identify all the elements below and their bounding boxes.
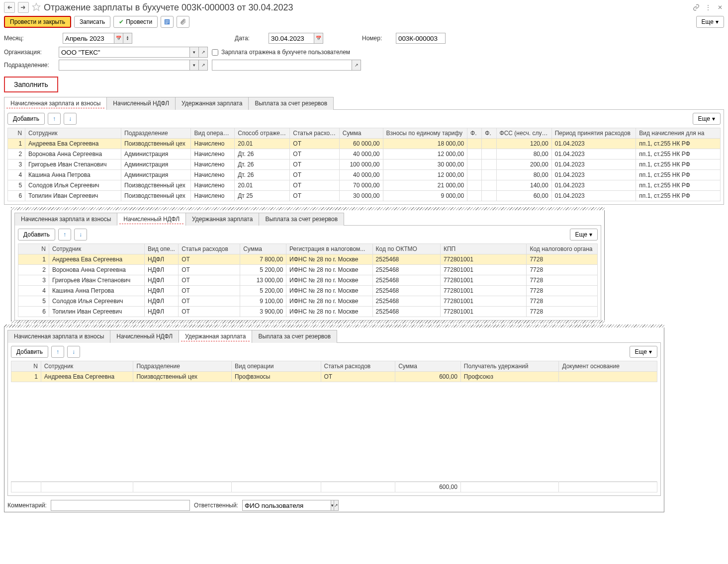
- attach-button[interactable]: [177, 16, 189, 28]
- table-row[interactable]: 1Андреева Ева СергеевнаПоизводственный ц…: [8, 139, 721, 149]
- tab-ndfl[interactable]: Начисленный НДФЛ: [106, 97, 176, 110]
- tab-salary[interactable]: Начисленная зарплата и взносы: [7, 330, 110, 343]
- col-method[interactable]: Способ отражен...: [235, 128, 290, 139]
- col-dept[interactable]: Подразделение: [133, 361, 232, 372]
- table-row[interactable]: 1Андреева Ева СергеевнаНДФЛОТ7 800,00ИФН…: [18, 254, 598, 265]
- table-row[interactable]: 2Воронова Анна СергеевнаНДФЛОТ5 200,00ИФ…: [18, 265, 598, 275]
- open-icon[interactable]: ↗: [199, 60, 208, 71]
- number-input[interactable]: [396, 33, 446, 44]
- col-period[interactable]: Период принятия расходов: [551, 128, 636, 139]
- col-n[interactable]: N: [11, 361, 41, 372]
- table-row[interactable]: 3Григорьев Иван СтепановичАдминистрацияН…: [8, 160, 721, 170]
- col-n[interactable]: N: [18, 244, 49, 254]
- col-sum[interactable]: Сумма: [339, 128, 383, 139]
- col-reg[interactable]: Регистрация в налоговом...: [286, 244, 373, 254]
- fill-button[interactable]: Заполнить: [4, 77, 58, 92]
- col-type[interactable]: Вид начисления для на: [636, 128, 721, 139]
- col-emp[interactable]: Сотрудник: [49, 244, 144, 254]
- tab-reserve[interactable]: Выплата за счет резервов: [252, 330, 337, 343]
- move-down-button[interactable]: ↓: [67, 346, 80, 358]
- add-button[interactable]: Добавить: [18, 229, 55, 241]
- add-button[interactable]: Добавить: [7, 113, 45, 125]
- table-row[interactable]: 5Солодов Илья СергеевичНДФЛОТ9 100,00ИФН…: [18, 296, 598, 307]
- table-row[interactable]: 3Григорьев Иван СтепановичНДФЛОТ13 000,0…: [18, 275, 598, 286]
- col-kpp[interactable]: КПП: [440, 244, 527, 254]
- reflected-checkbox[interactable]: [212, 49, 218, 56]
- col-expense[interactable]: Статья расходов: [179, 244, 240, 254]
- spinner-icon[interactable]: ▲▼: [123, 33, 132, 44]
- extra-input[interactable]: [212, 60, 352, 71]
- table-row[interactable]: 1Андреева Ева СергеевнаПоизводственный ц…: [11, 372, 657, 382]
- col-f1[interactable]: Ф.: [467, 128, 482, 139]
- menu-dots-icon[interactable]: ⋮: [704, 3, 712, 11]
- tab-salary[interactable]: Начисленная зарплата и взносы: [4, 97, 107, 110]
- link-icon[interactable]: [692, 3, 700, 11]
- open-icon[interactable]: ↗: [199, 47, 208, 58]
- salary-table[interactable]: N Сотрудник Подразделение Вид операц... …: [7, 128, 721, 201]
- tab-salary[interactable]: Начисленная зарплата и взносы: [14, 213, 117, 226]
- responsible-input[interactable]: [242, 500, 331, 511]
- tab-withheld[interactable]: Удержанная зарплата: [179, 330, 252, 343]
- col-contrib[interactable]: Взносы по единому тарифу: [383, 128, 467, 139]
- withheld-table[interactable]: N Сотрудник Подразделение Вид операции С…: [11, 361, 657, 382]
- col-f2[interactable]: Ф.: [482, 128, 496, 139]
- tab-withheld[interactable]: Удержанная зарплата: [175, 97, 249, 110]
- register-button[interactable]: [161, 16, 174, 28]
- calendar-icon[interactable]: 📅: [114, 33, 123, 44]
- tab-withheld[interactable]: Удержанная зарплата: [185, 213, 259, 226]
- col-sum[interactable]: Сумма: [395, 361, 461, 372]
- col-emp[interactable]: Сотрудник: [25, 128, 121, 139]
- org-input[interactable]: [59, 47, 190, 58]
- dept-input[interactable]: [59, 60, 190, 71]
- move-up-button[interactable]: ↑: [51, 346, 64, 358]
- tab-ndfl[interactable]: Начисленный НДФЛ: [110, 330, 179, 343]
- more-button[interactable]: Еще ▾: [630, 346, 657, 358]
- col-expense[interactable]: Статья расходов: [321, 361, 395, 372]
- write-button[interactable]: Записать: [74, 16, 110, 28]
- comment-input[interactable]: [51, 500, 190, 511]
- dropdown-icon[interactable]: ▾: [190, 60, 199, 71]
- post-button[interactable]: ✔Провести: [113, 16, 158, 28]
- col-recipient[interactable]: Получатель удержаний: [460, 361, 559, 372]
- move-up-button[interactable]: ↑: [48, 113, 61, 125]
- add-button[interactable]: Добавить: [11, 346, 48, 358]
- dropdown-icon[interactable]: ▾: [190, 47, 199, 58]
- col-doc[interactable]: Документ основание: [559, 361, 657, 372]
- move-down-button[interactable]: ↓: [64, 113, 77, 125]
- month-input[interactable]: [63, 33, 114, 44]
- date-input[interactable]: [269, 33, 314, 44]
- col-dept[interactable]: Подразделение: [121, 128, 191, 139]
- col-tax[interactable]: Код налогового органа: [527, 244, 598, 254]
- col-fss[interactable]: ФСС (несч. случ.): [496, 128, 551, 139]
- open-icon[interactable]: ↗: [352, 60, 361, 71]
- col-op[interactable]: Вид опе...: [145, 244, 179, 254]
- tab-reserve[interactable]: Выплата за счет резервов: [259, 213, 344, 226]
- back-button[interactable]: [4, 2, 15, 13]
- table-row[interactable]: 4Кашина Анна ПетроваНДФЛОТ5 200,00ИФНС №…: [18, 286, 598, 296]
- col-op[interactable]: Вид операц...: [191, 128, 235, 139]
- col-op[interactable]: Вид операции: [231, 361, 321, 372]
- move-down-button[interactable]: ↓: [74, 229, 87, 241]
- col-oktmo[interactable]: Код по ОКТМО: [372, 244, 440, 254]
- star-icon[interactable]: [32, 2, 41, 13]
- col-n[interactable]: N: [8, 128, 25, 139]
- close-icon[interactable]: ✕: [716, 3, 724, 11]
- table-row[interactable]: 6Топилин Иван СергеевичНДФЛОТ3 900,00ИФН…: [18, 307, 598, 317]
- col-sum[interactable]: Сумма: [240, 244, 286, 254]
- table-row[interactable]: 6Топилин Иван СергеевичПоизводственный ц…: [8, 191, 721, 201]
- table-row[interactable]: 4Кашина Анна ПетроваАдминистрацияНачисле…: [8, 170, 721, 180]
- col-emp[interactable]: Сотрудник: [41, 361, 133, 372]
- more-button[interactable]: Еще ▾: [696, 16, 724, 28]
- more-button[interactable]: Еще ▾: [570, 229, 598, 241]
- post-and-close-button[interactable]: Провести и закрыть: [4, 16, 71, 28]
- move-up-button[interactable]: ↑: [58, 229, 71, 241]
- table-row[interactable]: 2Воронова Анна СергеевнаАдминистрацияНач…: [8, 149, 721, 160]
- more-button[interactable]: Еще ▾: [693, 113, 721, 125]
- forward-button[interactable]: [18, 2, 29, 13]
- tab-ndfl[interactable]: Начисленный НДФЛ: [117, 213, 186, 226]
- calendar-icon[interactable]: 📅: [314, 33, 323, 44]
- open-icon[interactable]: ↗: [334, 500, 339, 511]
- tab-reserve[interactable]: Выплата за счет резервов: [248, 97, 334, 110]
- col-expense[interactable]: Статья расходов: [290, 128, 339, 139]
- table-row[interactable]: 5Солодов Илья СергеевичПоизводственный ц…: [8, 180, 721, 191]
